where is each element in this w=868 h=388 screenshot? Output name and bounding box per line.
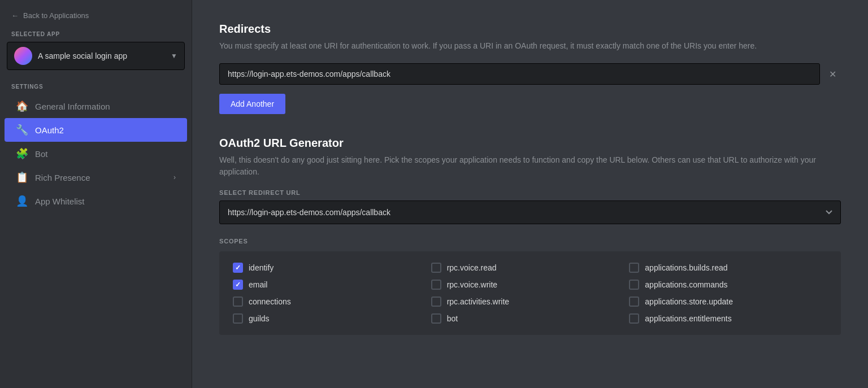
main-content: Redirects You must specify at least one … <box>192 0 868 388</box>
scope-checkbox-rpc-voice-read[interactable] <box>431 263 441 273</box>
sidebar: ← Back to Applications SELECTED APP A sa… <box>0 0 192 388</box>
sidebar-item-general[interactable]: 🏠General Information <box>5 94 187 118</box>
scope-item-guilds[interactable]: guilds <box>233 313 431 324</box>
sidebar-item-app-whitelist[interactable]: 👤App Whitelist <box>5 189 187 213</box>
scope-item-applications-store-update[interactable]: applications.store.update <box>629 297 827 307</box>
scope-checkbox-applications-commands[interactable] <box>629 280 639 290</box>
back-to-applications-link[interactable]: ← Back to Applications <box>0 11 192 31</box>
chevron-down-icon: ▼ <box>171 52 177 60</box>
sidebar-item-label-oauth2: OAuth2 <box>35 125 64 135</box>
app-name: A sample social login app <box>38 51 171 60</box>
scope-checkbox-rpc-activities-write[interactable] <box>431 297 441 307</box>
redirect-url-select[interactable]: https://login-app.ets-demos.com/apps/cal… <box>219 200 841 224</box>
url-generator-description: Well, this doesn't do any good just sitt… <box>219 154 841 178</box>
scope-item-applications-commands[interactable]: applications.commands <box>629 280 827 290</box>
scope-item-rpc-voice-read[interactable]: rpc.voice.read <box>431 263 630 273</box>
scope-item-email[interactable]: email <box>233 280 431 290</box>
oauth2-icon: 🔧 <box>16 124 28 136</box>
back-link-label: Back to Applications <box>23 11 89 20</box>
scope-checkbox-identify[interactable] <box>233 263 243 273</box>
sidebar-item-label-bot: Bot <box>35 149 48 159</box>
sidebar-item-oauth2[interactable]: 🔧OAuth2 <box>5 118 187 142</box>
scope-label-applications-builds-read: applications.builds.read <box>645 263 727 272</box>
scope-checkbox-applications-entitlements[interactable] <box>629 313 639 324</box>
scope-label-bot: bot <box>447 314 458 323</box>
scope-item-bot[interactable]: bot <box>431 313 630 324</box>
sidebar-item-bot[interactable]: 🧩Bot <box>5 142 187 165</box>
scope-label-rpc-voice-write: rpc.voice.write <box>447 280 497 289</box>
app-selector[interactable]: A sample social login app ▼ <box>7 42 185 70</box>
url-generator-title: OAuth2 URL Generator <box>219 137 841 150</box>
sidebar-item-label-app-whitelist: App Whitelist <box>35 197 85 206</box>
bot-icon: 🧩 <box>16 147 28 160</box>
scope-checkbox-bot[interactable] <box>431 313 441 324</box>
redirects-title: Redirects <box>219 23 841 36</box>
scope-item-applications-builds-read[interactable]: applications.builds.read <box>629 263 827 273</box>
scope-label-rpc-voice-read: rpc.voice.read <box>447 263 497 272</box>
app-whitelist-icon: 👤 <box>16 195 28 207</box>
sidebar-item-rich-presence[interactable]: 📋Rich Presence› <box>5 165 187 189</box>
scope-label-rpc-activities-write: rpc.activities.write <box>447 297 509 306</box>
sidebar-item-label-rich-presence: Rich Presence <box>35 173 90 182</box>
selected-app-label: SELECTED APP <box>0 31 192 42</box>
scope-label-identify: identify <box>249 263 274 272</box>
scope-checkbox-rpc-voice-write[interactable] <box>431 280 441 290</box>
scopes-grid: identifyrpc.voice.readapplications.build… <box>219 251 841 335</box>
select-redirect-label: SELECT REDIRECT URL <box>219 189 841 196</box>
back-arrow-icon: ← <box>11 11 19 20</box>
url-generator-section: OAuth2 URL Generator Well, this doesn't … <box>219 137 841 335</box>
add-another-button[interactable]: Add Another <box>219 94 285 114</box>
general-icon: 🏠 <box>16 100 28 112</box>
sidebar-item-label-general: General Information <box>35 102 110 111</box>
scope-checkbox-applications-store-update[interactable] <box>629 297 639 307</box>
scope-label-email: email <box>249 280 267 289</box>
scope-checkbox-email[interactable] <box>233 280 243 290</box>
redirects-section: Redirects You must specify at least one … <box>219 23 841 137</box>
scope-label-guilds: guilds <box>249 314 270 323</box>
scope-checkbox-applications-builds-read[interactable] <box>629 263 639 273</box>
chevron-right-icon: › <box>173 173 176 181</box>
redirect-input-row: ✕ <box>219 63 841 85</box>
app-icon <box>14 47 32 65</box>
scope-checkbox-connections[interactable] <box>233 297 243 307</box>
rich-presence-icon: 📋 <box>16 171 28 184</box>
redirects-description: You must specify at least one URI for au… <box>219 40 841 52</box>
scope-item-rpc-activities-write[interactable]: rpc.activities.write <box>431 297 630 307</box>
scope-item-identify[interactable]: identify <box>233 263 431 273</box>
scope-item-rpc-voice-write[interactable]: rpc.voice.write <box>431 280 630 290</box>
scope-item-applications-entitlements[interactable]: applications.entitlements <box>629 313 827 324</box>
scope-label-applications-entitlements: applications.entitlements <box>645 314 731 323</box>
scope-label-connections: connections <box>249 297 291 306</box>
redirect-url-input[interactable] <box>219 63 820 85</box>
settings-label: SETTINGS <box>0 84 192 94</box>
scope-label-applications-store-update: applications.store.update <box>645 297 733 306</box>
clear-redirect-button[interactable]: ✕ <box>824 67 841 82</box>
scopes-label: SCOPES <box>219 238 841 245</box>
scope-item-connections[interactable]: connections <box>233 297 431 307</box>
scope-checkbox-guilds[interactable] <box>233 313 243 324</box>
scope-label-applications-commands: applications.commands <box>645 280 727 289</box>
